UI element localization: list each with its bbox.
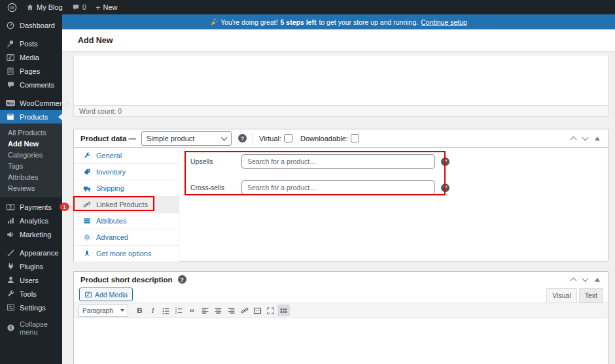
cross-sells-help-icon[interactable]: ? xyxy=(441,184,449,192)
sidebar-item-dashboard[interactable]: Dashboard xyxy=(0,18,62,32)
short-description-editor-area[interactable] xyxy=(74,318,608,364)
woocommerce-icon: Woo xyxy=(6,99,15,108)
upsells-row: Upsells ? xyxy=(179,154,608,169)
site-menu[interactable]: My Blog xyxy=(22,0,67,14)
more-tag-button[interactable] xyxy=(251,305,264,316)
sidebar-item-tools[interactable]: Tools xyxy=(0,287,62,301)
tab-attributes[interactable]: Attributes xyxy=(74,213,179,229)
numbered-list-button[interactable]: 12 xyxy=(173,305,185,316)
cross-sells-label: Cross-sells xyxy=(190,184,241,191)
move-up-icon[interactable] xyxy=(571,277,577,284)
virtual-checkbox-label: Virtual: xyxy=(259,134,292,142)
main-editor-area[interactable] xyxy=(74,56,608,105)
triangle-down-icon xyxy=(120,309,124,312)
product-type-select[interactable]: Simple product xyxy=(141,131,232,146)
downloadable-checkbox[interactable] xyxy=(351,134,359,142)
submenu-add-new[interactable]: Add New xyxy=(0,138,62,149)
sidebar-item-marketing[interactable]: Marketing xyxy=(0,227,62,241)
blockquote-button[interactable]: “ xyxy=(186,303,198,319)
collapse-menu-button[interactable]: Collapse menu xyxy=(0,321,62,335)
tab-label: Linked Products xyxy=(96,201,148,208)
sidebar-item-products[interactable]: Products xyxy=(0,110,62,124)
continue-setup-link[interactable]: Continue setup xyxy=(421,18,467,26)
toolbar-toggle-button[interactable] xyxy=(277,305,290,316)
sidebar-label: Media xyxy=(20,54,39,61)
align-center-button[interactable] xyxy=(212,305,224,316)
link-icon xyxy=(83,201,92,209)
truck-icon xyxy=(83,184,92,193)
short-description-help-icon[interactable]: ? xyxy=(178,275,186,284)
toggle-panel-icon[interactable] xyxy=(595,278,600,282)
align-left-button[interactable] xyxy=(199,305,211,316)
align-right-button[interactable] xyxy=(225,305,237,316)
add-media-button[interactable]: Add Media xyxy=(79,288,133,301)
svg-text:$: $ xyxy=(9,205,12,209)
sidebar-item-comments[interactable]: Comments xyxy=(0,78,62,91)
tab-general[interactable]: General xyxy=(74,148,179,164)
wrench-icon xyxy=(6,290,15,299)
analytics-bars-icon xyxy=(6,216,15,225)
sidebar-item-payments[interactable]: $ Payments 1 xyxy=(0,200,62,214)
upsells-help-icon[interactable]: ? xyxy=(441,157,449,166)
submenu-categories[interactable]: Categories xyxy=(0,149,62,160)
chevron-down-icon xyxy=(221,134,228,141)
sidebar-item-media[interactable]: Media xyxy=(0,50,62,64)
move-up-icon[interactable] xyxy=(571,136,577,142)
wordpress-logo-icon: W xyxy=(7,3,17,12)
sidebar-item-settings[interactable]: Settings xyxy=(0,301,62,314)
virtual-checkbox[interactable] xyxy=(284,134,292,142)
tab-linked-products[interactable]: Linked Products xyxy=(74,197,179,213)
italic-button[interactable]: I xyxy=(147,305,159,316)
sidebar-label: Collapse menu xyxy=(20,320,62,336)
toggle-panel-icon[interactable] xyxy=(595,137,600,141)
tab-advanced[interactable]: Advanced xyxy=(74,229,179,246)
sidebar-label: Marketing xyxy=(20,231,51,239)
plus-icon: + xyxy=(96,3,101,12)
move-down-icon[interactable] xyxy=(582,276,589,282)
wordpress-logo[interactable]: W xyxy=(3,0,22,14)
product-type-help-icon[interactable]: ? xyxy=(238,134,247,142)
svg-text:Woo: Woo xyxy=(7,101,14,105)
tab-label: Advanced xyxy=(96,233,128,241)
cross-sells-search-input[interactable] xyxy=(241,180,435,195)
admin-content: You're doing great! 5 steps left to get … xyxy=(62,14,615,364)
sidebar-item-analytics[interactable]: Analytics xyxy=(0,214,62,227)
insert-link-button[interactable] xyxy=(238,305,251,316)
submenu-reviews[interactable]: Reviews xyxy=(0,182,62,193)
media-icon xyxy=(84,291,92,299)
fullscreen-button[interactable] xyxy=(264,305,277,316)
sidebar-label: Pages xyxy=(20,67,40,75)
bold-button[interactable]: B xyxy=(133,305,146,316)
text-tab[interactable]: Text xyxy=(579,288,603,303)
tab-inventory[interactable]: Inventory xyxy=(74,164,179,180)
move-down-icon[interactable] xyxy=(582,135,589,141)
sidebar-item-users[interactable]: Users xyxy=(0,273,62,287)
sidebar-item-posts[interactable]: Posts xyxy=(0,37,62,50)
sidebar-item-plugins[interactable]: Plugins xyxy=(0,259,62,273)
bullet-list-button[interactable] xyxy=(160,305,172,316)
sidebar-item-appearance[interactable]: Appearance xyxy=(0,246,62,259)
submenu-attributes[interactable]: Attributes xyxy=(0,171,62,182)
wordpress-admin-screen: W My Blog 0 + New Dashboard xyxy=(0,0,615,364)
admin-bar: W My Blog 0 + New xyxy=(0,0,615,14)
tab-get-more-options[interactable]: Get more options xyxy=(74,246,179,261)
tab-shipping[interactable]: Shipping xyxy=(74,180,179,197)
visual-tab[interactable]: Visual xyxy=(546,288,576,303)
paragraph-format-select[interactable]: Paragraph xyxy=(79,305,128,317)
submenu-tags[interactable]: Tags xyxy=(0,160,62,171)
submenu-all-products[interactable]: All Products xyxy=(0,127,62,138)
upsells-search-input[interactable] xyxy=(241,154,435,169)
plugin-icon xyxy=(6,262,15,271)
new-content-menu[interactable]: + New xyxy=(91,0,122,14)
product-data-header: Product data — Simple product ? Virtual:… xyxy=(74,129,608,148)
svg-text:W: W xyxy=(10,5,14,10)
sidebar-item-woocommerce[interactable]: Woo WooCommerce xyxy=(0,96,62,110)
comments-shortcut[interactable]: 0 xyxy=(67,0,91,14)
sidebar-item-pages[interactable]: Pages xyxy=(0,64,62,78)
user-icon xyxy=(6,276,15,285)
short-description-header: Product short description ? xyxy=(74,272,608,287)
pages-icon xyxy=(6,67,15,76)
collapse-arrow-icon xyxy=(6,323,15,333)
short-description-title: Product short description xyxy=(80,276,173,284)
tab-label: Attributes xyxy=(96,217,126,225)
